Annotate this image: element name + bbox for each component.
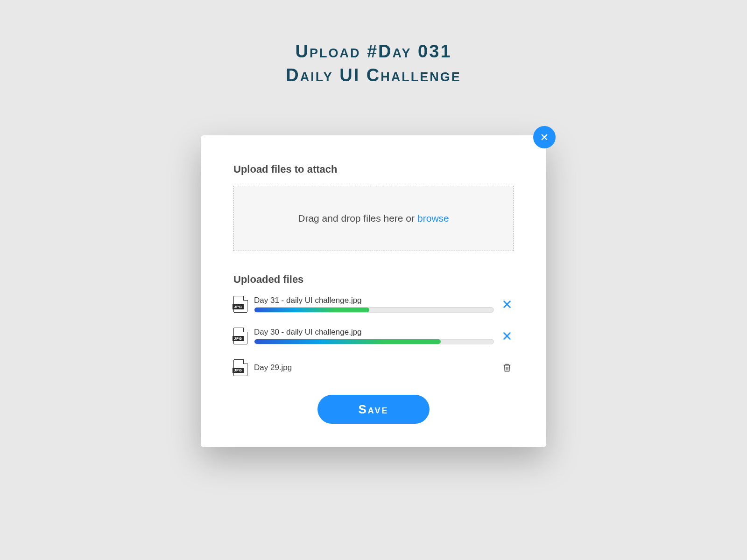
upload-section-title: Upload files to attach bbox=[233, 163, 514, 175]
close-button[interactable] bbox=[533, 126, 556, 148]
delete-file-button[interactable] bbox=[500, 363, 514, 373]
file-type-icon: JPG bbox=[233, 328, 247, 344]
cancel-upload-button[interactable] bbox=[500, 299, 514, 309]
file-type-badge: JPG bbox=[233, 336, 244, 341]
dropzone-text: Drag and drop files here or bbox=[298, 213, 415, 224]
close-icon bbox=[540, 133, 549, 141]
upload-modal: Upload files to attach Drag and drop fil… bbox=[201, 135, 546, 447]
cancel-icon bbox=[502, 299, 512, 309]
browse-link[interactable]: browse bbox=[417, 213, 449, 224]
file-name: Day 31 - daily UI challenge.jpg bbox=[254, 296, 494, 305]
progress-fill bbox=[254, 308, 369, 312]
progress-bar bbox=[254, 339, 494, 344]
file-body: Day 30 - daily UI challenge.jpg bbox=[254, 328, 494, 344]
uploaded-section-title: Uploaded files bbox=[233, 273, 514, 286]
page-title-line1: Upload #Day 031 bbox=[0, 40, 747, 63]
file-name: Day 30 - daily UI challenge.jpg bbox=[254, 328, 494, 337]
progress-bar bbox=[254, 307, 494, 313]
file-row: JPG Day 29.jpg bbox=[233, 359, 514, 376]
page-title-line2: Daily UI Challenge bbox=[0, 63, 747, 87]
file-type-badge: JPG bbox=[233, 368, 244, 373]
page-title: Upload #Day 031 Daily UI Challenge bbox=[0, 0, 747, 88]
save-button[interactable]: Save bbox=[317, 395, 430, 424]
file-type-icon: JPG bbox=[233, 359, 247, 376]
file-row: JPG Day 30 - daily UI challenge.jpg bbox=[233, 328, 514, 344]
file-row: JPG Day 31 - daily UI challenge.jpg bbox=[233, 296, 514, 313]
progress-fill bbox=[254, 339, 441, 344]
cancel-upload-button[interactable] bbox=[500, 331, 514, 341]
file-type-badge: JPG bbox=[233, 304, 244, 309]
trash-icon bbox=[502, 363, 512, 373]
dropzone[interactable]: Drag and drop files here or browse bbox=[233, 186, 514, 251]
cancel-icon bbox=[502, 331, 512, 341]
file-name: Day 29.jpg bbox=[254, 363, 494, 372]
file-type-icon: JPG bbox=[233, 296, 247, 313]
file-list: JPG Day 31 - daily UI challenge.jpg JPG … bbox=[233, 296, 514, 376]
file-body: Day 31 - daily UI challenge.jpg bbox=[254, 296, 494, 313]
